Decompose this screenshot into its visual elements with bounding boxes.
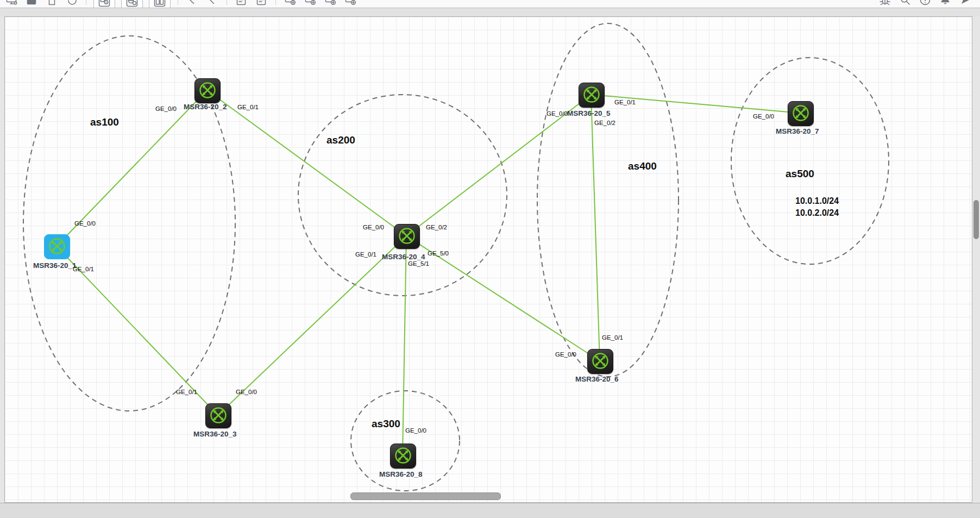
port-label: GE_0/1	[176, 389, 197, 395]
port-label: GE_0/0	[555, 351, 576, 358]
previous-icon[interactable]	[205, 0, 219, 7]
horizontal-scrollbar-thumb[interactable]	[350, 492, 501, 500]
device-label[interactable]: MSR36-20_1	[33, 261, 77, 270]
as-label-as200[interactable]: as200	[326, 134, 355, 146]
router-icon	[206, 405, 231, 426]
open-document-icon[interactable]	[45, 0, 59, 7]
device-label[interactable]: MSR36-20_6	[575, 375, 619, 383]
as-label-as100[interactable]: as100	[90, 116, 119, 128]
port-label: GE_0/0	[753, 113, 774, 120]
export-config-icon[interactable]	[234, 0, 248, 7]
topology-layer	[5, 17, 972, 503]
save-icon[interactable]	[24, 0, 39, 7]
router-MSR36-20_6[interactable]	[587, 349, 613, 374]
port-label: GE_0/1	[602, 334, 623, 341]
router-icon	[788, 103, 813, 123]
undo-icon[interactable]	[65, 0, 79, 7]
network-simulator-window: MSR36-20_1MSR36-20_2MSR36-20_3MSR36-20_4…	[0, 0, 980, 518]
port-label: GE_0/0	[236, 389, 257, 395]
topology-canvas[interactable]: MSR36-20_1MSR36-20_2MSR36-20_3MSR36-20_4…	[4, 16, 972, 503]
link-MSR36-20_2-MSR36-20_4[interactable]	[207, 90, 406, 236]
zoom-search-icon[interactable]	[898, 0, 912, 7]
link-MSR36-20_5-MSR36-20_6[interactable]	[591, 95, 600, 361]
subnet-annotation[interactable]: 10.0.2.0/24	[795, 208, 839, 218]
router-MSR36-20_3[interactable]	[205, 403, 231, 428]
stop-all-devices-icon[interactable]	[303, 0, 317, 7]
back-icon[interactable]	[185, 0, 199, 7]
toolbar-gap	[0, 8, 980, 16]
router-MSR36-20_4[interactable]	[394, 224, 420, 249]
router-MSR36-20_7[interactable]	[788, 101, 814, 126]
router-icon	[588, 351, 613, 371]
toolbar-right-group	[878, 0, 972, 7]
port-label: GE_5/0	[428, 250, 449, 257]
port-label: GE_0/0	[74, 220, 96, 227]
topology-monitor-icon[interactable]	[4, 0, 18, 7]
canvas-left-gutter	[0, 16, 4, 503]
as-label-as500[interactable]: as500	[786, 168, 814, 180]
device-label[interactable]: MSR36-20_5	[567, 109, 611, 117]
router-icon	[45, 236, 70, 257]
as-region-ellipse-as200[interactable]	[298, 95, 507, 296]
restart-devices-icon[interactable]	[343, 0, 357, 7]
port-label: GE_0/0	[363, 224, 384, 230]
pause-devices-icon[interactable]	[323, 0, 337, 7]
canvas-right-gutter	[972, 16, 980, 503]
device-label[interactable]: MSR36-20_7	[776, 127, 819, 135]
port-label: GE_0/1	[73, 266, 94, 272]
port-label: GE_0/0	[546, 110, 568, 117]
toolbar-separator	[275, 0, 276, 5]
router-icon	[391, 445, 416, 466]
link-MSR36-20_4-MSR36-20_8[interactable]	[403, 236, 406, 455]
as-label-as300[interactable]: as300	[372, 418, 400, 430]
add-device-button[interactable]	[93, 0, 115, 8]
router-MSR36-20_1[interactable]	[44, 234, 70, 259]
port-label: GE_0/1	[237, 104, 259, 110]
toolbar-separator	[86, 0, 86, 5]
vertical-scrollbar-thumb[interactable]	[973, 200, 979, 239]
port-label: GE_0/0	[405, 427, 426, 434]
router-icon	[195, 80, 220, 101]
port-label: GE_0/0	[155, 105, 177, 112]
router-icon	[394, 226, 419, 246]
as-region-ellipse-as400[interactable]	[537, 23, 679, 377]
pointer-icon[interactable]	[958, 0, 972, 7]
toolbar-left-group	[4, 0, 357, 8]
import-config-icon[interactable]	[254, 0, 268, 7]
device-label[interactable]: MSR36-20_8	[379, 470, 423, 478]
notification-icon[interactable]	[938, 0, 952, 7]
device-label[interactable]: MSR36-20_2	[184, 103, 227, 111]
toolbar-separator	[178, 0, 178, 5]
start-all-devices-icon[interactable]	[283, 0, 297, 7]
bottom-panel	[0, 503, 980, 518]
as-label-as400[interactable]: as400	[628, 160, 657, 172]
port-label: GE_0/1	[614, 99, 636, 105]
device-label[interactable]: MSR36-20_4	[382, 253, 425, 261]
router-MSR36-20_8[interactable]	[390, 444, 416, 469]
router-MSR36-20_2[interactable]	[194, 78, 221, 103]
toolbar-separator	[227, 0, 227, 5]
router-MSR36-20_5[interactable]	[579, 83, 605, 108]
port-label: GE_0/1	[355, 251, 376, 258]
port-label: GE_0/2	[594, 120, 615, 126]
as-region-ellipse-as500[interactable]	[731, 58, 889, 264]
device-label[interactable]: MSR36-20_3	[193, 430, 237, 438]
add-network-button[interactable]	[121, 0, 143, 8]
split-view-button[interactable]	[149, 0, 171, 8]
debug-bug-icon[interactable]	[878, 0, 892, 7]
port-label: GE_0/2	[426, 224, 447, 230]
port-label: GE_5/1	[408, 260, 429, 267]
toolbar	[0, 0, 980, 8]
help-icon[interactable]	[918, 0, 932, 7]
subnet-annotation[interactable]: 10.0.1.0/24	[795, 196, 839, 206]
router-icon	[579, 84, 604, 105]
